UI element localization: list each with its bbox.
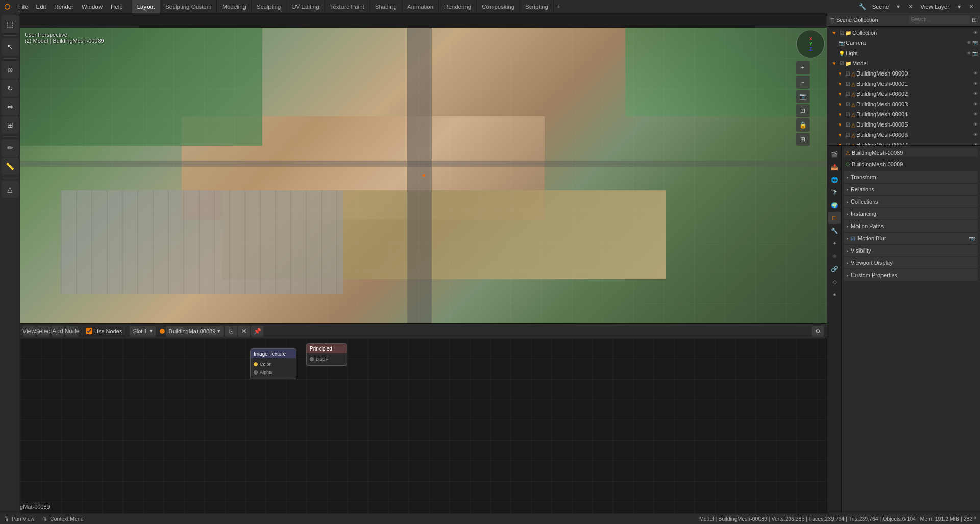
collection-visibility-icon[interactable]: 👁: [973, 30, 978, 35]
menu-file[interactable]: File: [14, 0, 32, 13]
outliner-filter-icon[interactable]: ⊞: [972, 16, 977, 23]
move-tool[interactable]: ⊕: [2, 61, 19, 79]
light-visibility-icon[interactable]: 👁: [967, 51, 971, 56]
scene-add-icon[interactable]: ✕: [905, 1, 916, 12]
outliner-row-mesh-00001[interactable]: ▾ ☑ △ BuildingMesh-00001 👁: [827, 79, 980, 89]
node-card-image-texture[interactable]: Image Texture Color Alpha: [250, 348, 296, 379]
tab-layout[interactable]: Layout: [132, 0, 161, 13]
tab-scripting[interactable]: Scripting: [520, 0, 554, 13]
camera-render-icon[interactable]: 📷: [972, 40, 978, 45]
prop-tab-view-layer[interactable]: 🌐: [828, 173, 841, 186]
material-pin-icon[interactable]: 📌: [251, 326, 263, 337]
node-editor-options-icon[interactable]: ⚙: [812, 326, 824, 337]
outliner-row-camera[interactable]: 📷 Camera 👁 📷: [827, 38, 980, 48]
mesh-vis-0[interactable]: 👁: [973, 71, 978, 76]
material-copy-icon[interactable]: ⎘: [225, 326, 237, 337]
scene-label[interactable]: Scene: [869, 4, 892, 10]
tab-compositing[interactable]: Compositing: [477, 0, 520, 13]
mesh-vis-1[interactable]: 👁: [973, 81, 978, 86]
menu-render[interactable]: Render: [50, 0, 78, 13]
camera-visibility-icon[interactable]: 👁: [967, 40, 971, 45]
node-view-menu[interactable]: View: [23, 326, 35, 337]
light-render-icon[interactable]: 📷: [972, 51, 978, 56]
outliner-search-input[interactable]: [909, 15, 970, 24]
material-dropdown[interactable]: BuildingMat-00089 ▾: [166, 326, 224, 337]
add-cube-tool[interactable]: △: [2, 181, 19, 198]
tab-rendering[interactable]: Rendering: [439, 0, 477, 13]
zoom-in-button[interactable]: +: [796, 61, 810, 74]
rotate-tool[interactable]: ↻: [2, 80, 19, 97]
prop-tab-particles[interactable]: ✦: [828, 237, 841, 249]
tab-texture-paint[interactable]: Texture Paint: [325, 0, 370, 13]
outliner-row-mesh-00004[interactable]: ▾ ☑ △ BuildingMesh-00004 👁: [827, 109, 980, 119]
node-card-principled-bsdf[interactable]: Principled BSDF: [306, 343, 347, 366]
use-nodes-toggle[interactable]: Use Nodes: [86, 328, 122, 334]
mesh-vis-5[interactable]: 👁: [973, 122, 978, 127]
tab-shading[interactable]: Shading: [370, 0, 402, 13]
outliner-row-mesh-00005[interactable]: ▾ ☑ △ BuildingMesh-00005 👁: [827, 119, 980, 130]
engine-icon[interactable]: 🔧: [857, 1, 868, 12]
prop-tab-object[interactable]: ◻: [828, 212, 841, 224]
mesh-vis-6[interactable]: 👁: [973, 132, 978, 137]
outliner-row-mesh-00002[interactable]: ▾ ☑ △ BuildingMesh-00002 👁: [827, 89, 980, 99]
use-nodes-checkbox[interactable]: [86, 328, 92, 334]
tab-modeling[interactable]: Modeling: [217, 0, 252, 13]
section-visibility-header[interactable]: ▸ Visibility: [844, 245, 978, 256]
section-custom-properties-header[interactable]: ▸ Custom Properties: [844, 269, 978, 281]
main-viewport[interactable]: User Perspective (2) Model | BuildingMes…: [20, 28, 827, 323]
motion-blur-checkbox[interactable]: ☑: [851, 236, 855, 241]
tab-uv-editing[interactable]: UV Editing: [286, 0, 325, 13]
section-viewport-display-header[interactable]: ▸ Viewport Display: [844, 257, 978, 268]
prop-tab-render[interactable]: 🎬: [828, 148, 841, 160]
prop-tab-output[interactable]: 📤: [828, 161, 841, 173]
mesh-vis-7[interactable]: 👁: [973, 142, 978, 146]
outliner-row-model[interactable]: ▾ ☑ 📁 Model: [827, 58, 980, 68]
outliner-row-mesh-00007[interactable]: ▾ ☑ △ BuildingMesh-00007 👁: [827, 140, 980, 146]
section-relations-header[interactable]: ▸ Relations: [844, 184, 978, 195]
outliner-row-mesh-00000[interactable]: ▾ ☑ △ BuildingMesh-00000 👁: [827, 68, 980, 79]
menu-edit[interactable]: Edit: [32, 0, 51, 13]
perspective-ortho-toggle[interactable]: ⊡: [796, 104, 810, 117]
menu-window[interactable]: Window: [78, 0, 107, 13]
outliner-row-mesh-00006[interactable]: ▾ ☑ △ BuildingMesh-00006 👁: [827, 130, 980, 140]
tab-sculpting-custom[interactable]: Sculpting Custom: [160, 0, 217, 13]
scene-dropdown-icon[interactable]: ▾: [893, 1, 904, 12]
lock-camera-icon[interactable]: 🔒: [796, 118, 810, 132]
slot-dropdown[interactable]: Slot 1 ▾: [130, 326, 155, 337]
menu-help[interactable]: Help: [107, 0, 127, 13]
cursor-tool[interactable]: ↖: [2, 38, 19, 56]
camera-view-icon[interactable]: 📷: [796, 90, 810, 103]
section-motion-blur-header[interactable]: ▸ ☑ Motion Blur 📷: [844, 233, 978, 244]
gizmo-navigation[interactable]: X Y Z: [796, 30, 825, 58]
tab-sculpting[interactable]: Sculpting: [252, 0, 286, 13]
view-layer-add-icon[interactable]: ✕: [966, 1, 977, 12]
annotate-tool[interactable]: ✏: [2, 139, 19, 157]
section-motion-paths-header[interactable]: ▸ Motion Paths: [844, 220, 978, 232]
prop-tab-modifier[interactable]: 🔧: [828, 224, 841, 237]
prop-tab-world[interactable]: 🌍: [828, 199, 841, 211]
node-select-menu[interactable]: Select: [37, 326, 50, 337]
outliner-row-mesh-00003[interactable]: ▾ ☑ △ BuildingMesh-00003 👁: [827, 99, 980, 109]
material-unlink-icon[interactable]: ✕: [238, 326, 250, 337]
prop-tab-physics[interactable]: ⚛: [828, 250, 841, 262]
node-node-menu[interactable]: Node: [66, 326, 78, 337]
outliner-row-collection[interactable]: ▾ ☑ 📁 Collection 👁: [827, 28, 980, 38]
prop-tab-material[interactable]: ●: [828, 288, 841, 301]
prop-tab-scene[interactable]: 🔭: [828, 186, 841, 198]
view-layer-dropdown-icon[interactable]: ▾: [953, 1, 965, 12]
frame-selected-icon[interactable]: ⊞: [796, 133, 810, 146]
view-layer-label[interactable]: View Layer: [917, 4, 952, 10]
select-box-tool[interactable]: ⬚: [2, 15, 19, 33]
measure-tool[interactable]: 📏: [2, 158, 19, 175]
node-canvas[interactable]: Image Texture Color Alpha Principled: [0, 338, 827, 513]
mesh-vis-2[interactable]: 👁: [973, 91, 978, 96]
section-collections-header[interactable]: ▸ Collections: [844, 196, 978, 207]
section-transform-header[interactable]: ▸ Transform: [844, 171, 978, 183]
zoom-out-button[interactable]: −: [796, 76, 810, 89]
node-add-menu[interactable]: Add: [52, 326, 64, 337]
mesh-vis-3[interactable]: 👁: [973, 102, 978, 107]
add-workspace-button[interactable]: +: [554, 0, 563, 13]
section-instancing-header[interactable]: ▸ Instancing: [844, 208, 978, 219]
tab-animation[interactable]: Animation: [402, 0, 439, 13]
outliner-row-light[interactable]: 💡 Light 👁 📷: [827, 48, 980, 58]
